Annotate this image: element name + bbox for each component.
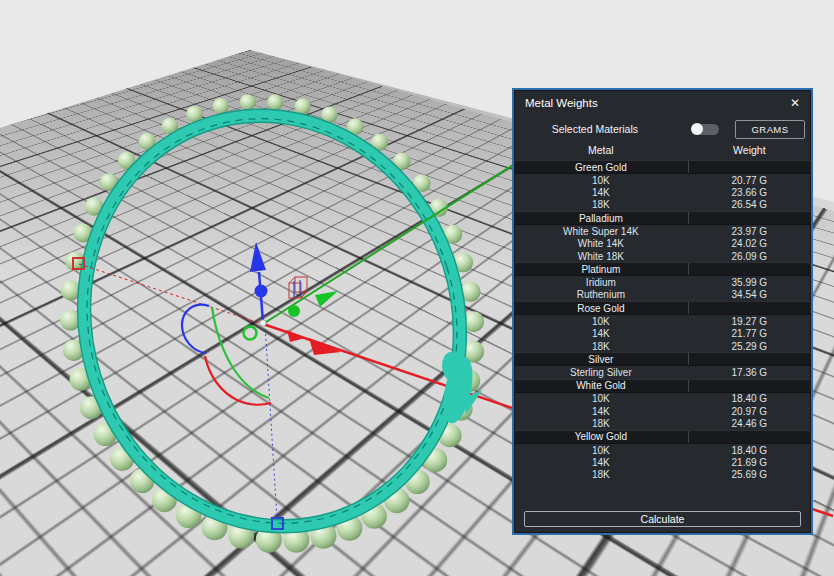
metal-section-row: Green Gold <box>514 160 811 174</box>
metal-data-row: Ruthenium34.54 G <box>514 289 811 301</box>
metal-weight: 19.27 G <box>688 315 811 327</box>
metal-weights-table: Green Gold10K20.77 G14K23.66 G18K26.54 G… <box>514 160 811 481</box>
metal-data-row: 14K23.66 G <box>514 186 811 198</box>
metal-section-row: Yellow Gold <box>514 430 811 444</box>
metal-weight <box>688 380 811 392</box>
metal-weight: 18.40 G <box>688 444 811 456</box>
metal-weight: 26.54 G <box>688 199 811 211</box>
metal-data-row: 14K21.69 G <box>514 456 811 468</box>
panel-title: Metal Weights <box>525 97 598 109</box>
metal-data-row: 10K18.40 G <box>514 393 811 405</box>
metal-section-row: Rose Gold <box>514 301 811 315</box>
x-axis-negative-guide <box>79 264 263 324</box>
metal-weight: 20.77 G <box>688 174 811 186</box>
metal-weight: 20.97 G <box>688 405 811 417</box>
metal-weight <box>688 263 811 275</box>
metal-name: Iridium <box>514 277 688 288</box>
metal-name: 18K <box>514 341 688 352</box>
metal-name: 14K <box>514 328 688 339</box>
metal-weight: 34.54 G <box>688 289 811 301</box>
metal-data-row: Sterling Silver17.36 G <box>514 366 811 378</box>
metal-name: White 14K <box>514 238 688 249</box>
metal-data-row: 10K20.77 G <box>514 174 811 186</box>
metal-weight: 35.99 G <box>688 276 811 288</box>
gumball-gizmo[interactable] <box>244 242 342 355</box>
metal-weight: 26.09 G <box>688 250 811 262</box>
metal-name: Rose Gold <box>514 303 688 314</box>
ring-bead <box>295 98 311 114</box>
grams-unit-button[interactable]: GRAMS <box>735 120 805 139</box>
ring-beads[interactable] <box>60 94 484 553</box>
profile-curve-red[interactable] <box>205 356 271 405</box>
panel-title-bar[interactable]: Metal Weights ✕ <box>514 90 811 116</box>
z-axis-handle-sphere[interactable] <box>255 285 268 298</box>
metal-name: White 18K <box>514 251 688 262</box>
metal-weight: 18.40 G <box>688 393 811 405</box>
metal-name: Ruthenium <box>514 289 688 300</box>
metal-weight <box>688 161 811 173</box>
metal-name: White Gold <box>514 380 688 391</box>
metal-name: 14K <box>514 457 688 468</box>
metal-weight: 21.77 G <box>688 328 811 340</box>
metal-weight: 25.69 G <box>688 469 811 481</box>
metal-name: 10K <box>514 445 688 456</box>
metal-section-row: Platinum <box>514 262 811 276</box>
y-axis-arrowhead[interactable] <box>315 291 338 307</box>
metal-weight: 23.66 G <box>688 186 811 198</box>
metal-weight: 21.69 G <box>688 456 811 468</box>
metal-name: Palladium <box>514 213 688 224</box>
ring-bead <box>267 94 283 110</box>
metal-weight: 24.46 G <box>688 417 811 429</box>
y-axis-handle-sphere[interactable] <box>288 305 300 317</box>
x-axis-arrowhead[interactable] <box>309 338 341 355</box>
metal-data-row: Iridium35.99 G <box>514 276 811 288</box>
metal-weight: 17.36 G <box>688 366 811 378</box>
gizmo-plane-circle[interactable] <box>244 327 257 340</box>
metal-data-row: White 14K24.02 G <box>514 238 811 250</box>
metal-weight: 23.97 G <box>688 225 811 237</box>
metal-name: Silver <box>514 354 688 365</box>
table-column-headers: Metal Weight <box>514 142 811 158</box>
metal-section-row: Silver <box>514 352 811 366</box>
metal-data-row: 14K20.97 G <box>514 405 811 417</box>
metal-section-row: White Gold <box>514 379 811 393</box>
metal-name: Sterling Silver <box>514 367 688 378</box>
z-axis-negative-guide <box>265 324 277 519</box>
metal-column-header: Metal <box>514 144 688 156</box>
metal-name: Platinum <box>514 264 688 275</box>
metal-weight: 25.29 G <box>688 340 811 352</box>
metal-name: White Super 14K <box>514 226 688 237</box>
metal-data-row: 18K24.46 G <box>514 417 811 429</box>
metal-data-row: 18K25.29 G <box>514 340 811 352</box>
panel-controls-row: Selected Materials GRAMS <box>514 116 811 142</box>
metal-data-row: 18K26.54 G <box>514 199 811 211</box>
metal-name: 18K <box>514 418 688 429</box>
close-icon[interactable]: ✕ <box>790 97 800 109</box>
ring-bead <box>240 94 256 110</box>
scale-box-icon[interactable] <box>289 277 307 298</box>
profile-curve-blue[interactable] <box>182 305 209 353</box>
metal-name: 18K <box>514 199 688 210</box>
calculate-button[interactable]: Calculate <box>524 511 801 527</box>
z-axis-arrowhead[interactable] <box>250 242 266 272</box>
origin-point[interactable] <box>260 320 266 326</box>
metal-weight <box>688 212 811 224</box>
metal-name: 14K <box>514 406 688 417</box>
metal-name: 18K <box>514 469 688 480</box>
metal-name: Green Gold <box>514 162 688 173</box>
metal-data-row: White 18K26.09 G <box>514 250 811 262</box>
metal-section-row: Palladium <box>514 211 811 225</box>
weight-column-header: Weight <box>688 144 811 156</box>
metal-data-row: White Super 14K23.97 G <box>514 225 811 237</box>
metal-weight: 24.02 G <box>688 238 811 250</box>
metal-weight <box>688 431 811 443</box>
metal-weight <box>688 302 811 314</box>
selected-materials-toggle[interactable] <box>692 124 719 135</box>
metal-name: Yellow Gold <box>514 431 688 442</box>
toggle-knob <box>691 123 703 135</box>
metal-name: 14K <box>514 187 688 198</box>
metal-data-row: 18K25.69 G <box>514 469 811 481</box>
metal-name: 10K <box>514 175 688 186</box>
metal-data-row: 14K21.77 G <box>514 328 811 340</box>
metal-weights-panel: Metal Weights ✕ Selected Materials GRAMS… <box>512 88 813 535</box>
